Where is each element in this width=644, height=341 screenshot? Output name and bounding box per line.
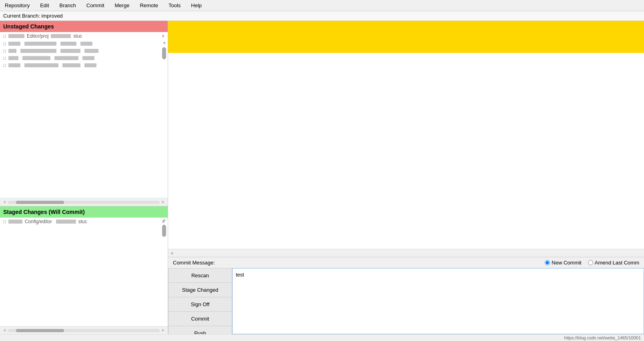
radio-new-commit-label: New Commit bbox=[552, 260, 581, 266]
status-bar: https://blog.csdn.net/webs_1465/10001 bbox=[0, 334, 644, 341]
menu-merge[interactable]: Merge bbox=[113, 2, 131, 9]
file-name-blur bbox=[8, 34, 24, 38]
file-icon: □ bbox=[3, 48, 6, 53]
diff-scroll-left-icon[interactable]: < bbox=[169, 251, 175, 256]
scroll-arrow-up[interactable]: ∧ bbox=[162, 33, 165, 39]
file-icon: □ bbox=[3, 34, 6, 38]
status-url: https://blog.csdn.net/webs_1465/10001 bbox=[564, 335, 641, 340]
vertical-scrollbar[interactable]: ∧ bbox=[161, 40, 167, 198]
staged-up-arrow-icon[interactable]: ∧ bbox=[163, 218, 166, 223]
menu-commit[interactable]: Commit bbox=[85, 2, 106, 9]
unstaged-header: Unstaged Changes bbox=[0, 21, 168, 32]
staged-hscroll-track[interactable] bbox=[8, 329, 160, 332]
commit-button[interactable]: Commit bbox=[168, 311, 232, 326]
staged-file-list[interactable]: □ Config/editor stuc ∧ ∧ bbox=[0, 218, 168, 326]
file-icon: □ bbox=[3, 56, 6, 61]
diff-content[interactable] bbox=[168, 53, 644, 249]
staged-vscroll[interactable]: ∧ bbox=[161, 218, 167, 326]
staged-scroll-thumb[interactable] bbox=[162, 225, 166, 237]
radio-amend-input[interactable] bbox=[588, 260, 593, 265]
staged-scroll-right-icon[interactable]: > bbox=[160, 328, 166, 333]
stage-changed-button[interactable]: Stage Changed bbox=[168, 282, 232, 297]
sign-off-button[interactable]: Sign Off bbox=[168, 297, 232, 311]
rescan-button[interactable]: Rescan bbox=[168, 268, 232, 282]
radio-new-commit[interactable]: New Commit bbox=[545, 260, 581, 266]
radio-amend[interactable]: Amend Last Comm bbox=[588, 260, 639, 266]
scroll-left-arrow-icon[interactable]: < bbox=[2, 200, 8, 204]
unstaged-file-list[interactable]: □ Editor/proj stuc ∧ □ □ bbox=[0, 32, 168, 198]
radio-new-commit-input[interactable] bbox=[545, 260, 550, 265]
hscroll-thumb[interactable] bbox=[16, 201, 64, 204]
radio-amend-label: Amend Last Comm bbox=[595, 260, 639, 266]
list-item[interactable]: □ Editor/proj stuc ∧ bbox=[0, 32, 168, 40]
action-buttons: Rescan Stage Changed Sign Off Commit Pus… bbox=[168, 268, 232, 334]
scroll-thumb[interactable] bbox=[162, 47, 166, 59]
staged-hscroll[interactable]: < > bbox=[0, 326, 168, 334]
hscroll-track[interactable] bbox=[8, 201, 160, 204]
staged-section: Staged Changes (Will Commit) □ Config/ed… bbox=[0, 206, 168, 334]
commit-controls: Rescan Stage Changed Sign Off Commit Pus… bbox=[168, 268, 644, 334]
menu-remote[interactable]: Remote bbox=[138, 2, 160, 9]
menubar: Repository Edit Branch Commit Merge Remo… bbox=[0, 0, 644, 11]
list-item[interactable]: □ bbox=[0, 62, 168, 69]
commit-message-input[interactable] bbox=[233, 268, 644, 334]
file-icon: □ bbox=[3, 63, 6, 68]
unstaged-hscroll[interactable]: < > bbox=[0, 198, 168, 206]
commit-message-row: Commit Message: New Commit Amend Last Co… bbox=[168, 257, 644, 268]
scroll-arrow-up-icon[interactable]: ∧ bbox=[163, 40, 166, 46]
diff-header bbox=[168, 21, 644, 53]
staged-scroll-left-icon[interactable]: < bbox=[2, 328, 8, 333]
left-panel: Unstaged Changes □ Editor/proj stuc ∧ □ bbox=[0, 21, 168, 334]
menu-edit[interactable]: Edit bbox=[38, 2, 50, 9]
file-name-blur2 bbox=[51, 34, 71, 38]
commit-message-label: Commit Message: bbox=[173, 260, 215, 266]
branch-label: Current Branch: improved bbox=[3, 13, 63, 19]
right-panel: < Commit Message: New Commit Amend Last … bbox=[168, 21, 644, 334]
commit-type-radio-group: New Commit Amend Last Comm bbox=[545, 260, 639, 266]
staged-hscroll-thumb[interactable] bbox=[16, 329, 64, 332]
unstaged-section: Unstaged Changes □ Editor/proj stuc ∧ □ bbox=[0, 21, 168, 206]
menu-branch[interactable]: Branch bbox=[58, 2, 78, 9]
list-item[interactable]: □ bbox=[0, 54, 168, 62]
list-item[interactable]: □ bbox=[0, 47, 168, 54]
list-item[interactable]: □ bbox=[0, 40, 168, 47]
menu-tools[interactable]: Tools bbox=[167, 2, 182, 9]
menu-help[interactable]: Help bbox=[189, 2, 203, 9]
menu-repository[interactable]: Repository bbox=[3, 2, 31, 9]
file-icon: □ bbox=[3, 219, 6, 224]
main-layout: Unstaged Changes □ Editor/proj stuc ∧ □ bbox=[0, 21, 644, 334]
bottom-area: Commit Message: New Commit Amend Last Co… bbox=[168, 257, 644, 334]
branch-bar: Current Branch: improved bbox=[0, 11, 644, 21]
push-button[interactable]: Push bbox=[168, 326, 232, 334]
staged-header: Staged Changes (Will Commit) bbox=[0, 206, 168, 218]
file-icon: □ bbox=[3, 41, 6, 46]
commit-message-input-container[interactable] bbox=[232, 268, 644, 334]
diff-hscroll[interactable]: < bbox=[168, 249, 644, 257]
scroll-right-arrow-icon[interactable]: > bbox=[160, 200, 166, 204]
list-item[interactable]: □ Config/editor stuc ∧ bbox=[0, 218, 168, 226]
